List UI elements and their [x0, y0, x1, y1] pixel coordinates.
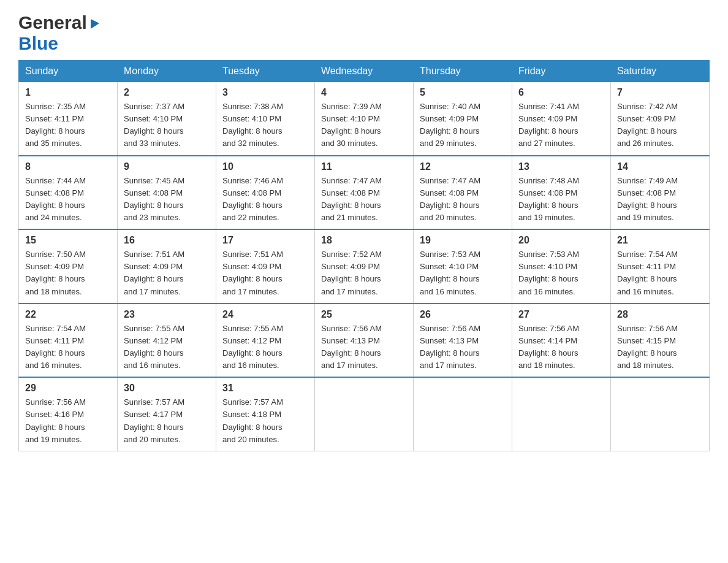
daylight-label: Daylight: 8 hours — [222, 348, 282, 358]
calendar-day-cell: 20 Sunrise: 7:53 AM Sunset: 4:10 PM Dayl… — [512, 229, 611, 304]
daylight-minutes: and 35 minutes. — [25, 139, 82, 148]
daylight-label: Daylight: 8 hours — [124, 201, 184, 210]
sunset-label: Sunset: 4:08 PM — [25, 188, 84, 197]
day-number: 29 — [25, 383, 111, 394]
day-info: Sunrise: 7:47 AM Sunset: 4:08 PM Dayligh… — [321, 175, 407, 224]
day-number: 12 — [420, 161, 506, 172]
day-info: Sunrise: 7:38 AM Sunset: 4:10 PM Dayligh… — [222, 101, 308, 150]
sunrise-label: Sunrise: 7:42 AM — [617, 102, 678, 111]
sunset-label: Sunset: 4:12 PM — [222, 336, 281, 345]
day-number: 24 — [222, 309, 308, 320]
day-info: Sunrise: 7:44 AM Sunset: 4:08 PM Dayligh… — [25, 175, 111, 224]
sunset-label: Sunset: 4:10 PM — [420, 262, 479, 271]
calendar-day-cell: 13 Sunrise: 7:48 AM Sunset: 4:08 PM Dayl… — [512, 156, 611, 230]
sunset-label: Sunset: 4:11 PM — [25, 336, 84, 345]
sunrise-label: Sunrise: 7:56 AM — [25, 397, 86, 407]
sunset-label: Sunset: 4:09 PM — [124, 262, 183, 271]
day-number: 19 — [420, 235, 506, 246]
day-info: Sunrise: 7:55 AM Sunset: 4:12 PM Dayligh… — [124, 323, 210, 372]
day-info: Sunrise: 7:42 AM Sunset: 4:09 PM Dayligh… — [617, 101, 703, 150]
calendar-day-cell: 27 Sunrise: 7:56 AM Sunset: 4:14 PM Dayl… — [512, 304, 611, 378]
weekday-header-thursday: Thursday — [414, 61, 512, 82]
day-number: 11 — [321, 161, 407, 172]
day-info: Sunrise: 7:48 AM Sunset: 4:08 PM Dayligh… — [518, 175, 604, 224]
day-info: Sunrise: 7:52 AM Sunset: 4:09 PM Dayligh… — [321, 248, 407, 298]
sunrise-label: Sunrise: 7:47 AM — [321, 176, 382, 185]
calendar-day-cell: 19 Sunrise: 7:53 AM Sunset: 4:10 PM Dayl… — [414, 229, 512, 304]
calendar-day-cell: 8 Sunrise: 7:44 AM Sunset: 4:08 PM Dayli… — [19, 156, 118, 230]
day-info: Sunrise: 7:53 AM Sunset: 4:10 PM Dayligh… — [518, 248, 604, 298]
calendar-day-cell: 2 Sunrise: 7:37 AM Sunset: 4:10 PM Dayli… — [118, 82, 216, 156]
daylight-minutes: and 22 minutes. — [222, 213, 279, 222]
day-number: 7 — [617, 87, 703, 98]
calendar-day-cell: 31 Sunrise: 7:57 AM Sunset: 4:18 PM Dayl… — [216, 377, 315, 451]
weekday-header-wednesday: Wednesday — [315, 61, 414, 82]
calendar-day-cell: 17 Sunrise: 7:51 AM Sunset: 4:09 PM Dayl… — [216, 229, 315, 304]
daylight-minutes: and 24 minutes. — [25, 213, 82, 222]
daylight-minutes: and 32 minutes. — [222, 139, 279, 148]
calendar-day-cell: 22 Sunrise: 7:54 AM Sunset: 4:11 PM Dayl… — [19, 304, 118, 378]
calendar-day-cell: 30 Sunrise: 7:57 AM Sunset: 4:17 PM Dayl… — [118, 377, 216, 451]
daylight-minutes: and 26 minutes. — [617, 139, 674, 148]
sunset-label: Sunset: 4:11 PM — [25, 114, 84, 123]
weekday-header-tuesday: Tuesday — [216, 61, 315, 82]
daylight-label: Daylight: 8 hours — [617, 201, 677, 210]
sunset-label: Sunset: 4:10 PM — [518, 262, 577, 271]
calendar-day-cell: 15 Sunrise: 7:50 AM Sunset: 4:09 PM Dayl… — [19, 229, 118, 304]
sunset-label: Sunset: 4:08 PM — [617, 188, 676, 197]
sunset-label: Sunset: 4:18 PM — [222, 410, 281, 419]
calendar-day-cell: 21 Sunrise: 7:54 AM Sunset: 4:11 PM Dayl… — [611, 229, 710, 304]
weekday-header-sunday: Sunday — [19, 61, 118, 82]
sunset-label: Sunset: 4:08 PM — [321, 188, 380, 197]
calendar-week-row: 1 Sunrise: 7:35 AM Sunset: 4:11 PM Dayli… — [19, 82, 710, 156]
daylight-minutes: and 16 minutes. — [617, 287, 674, 296]
sunset-label: Sunset: 4:09 PM — [420, 114, 479, 123]
day-info: Sunrise: 7:35 AM Sunset: 4:11 PM Dayligh… — [25, 101, 111, 150]
day-info: Sunrise: 7:57 AM Sunset: 4:17 PM Dayligh… — [124, 396, 210, 446]
day-number: 18 — [321, 235, 407, 246]
calendar-day-cell: 9 Sunrise: 7:45 AM Sunset: 4:08 PM Dayli… — [118, 156, 216, 230]
sunset-label: Sunset: 4:08 PM — [518, 188, 577, 197]
sunset-label: Sunset: 4:09 PM — [617, 114, 676, 123]
calendar-day-cell: 18 Sunrise: 7:52 AM Sunset: 4:09 PM Dayl… — [315, 229, 414, 304]
calendar-day-cell: 3 Sunrise: 7:38 AM Sunset: 4:10 PM Dayli… — [216, 82, 315, 156]
day-number: 8 — [25, 161, 111, 172]
sunrise-label: Sunrise: 7:45 AM — [124, 176, 184, 185]
day-number: 5 — [420, 87, 506, 98]
daylight-minutes: and 17 minutes. — [321, 361, 378, 370]
sunset-label: Sunset: 4:10 PM — [124, 114, 183, 123]
daylight-label: Daylight: 8 hours — [617, 348, 677, 358]
calendar-day-cell: 16 Sunrise: 7:51 AM Sunset: 4:09 PM Dayl… — [118, 229, 216, 304]
calendar-day-cell: 6 Sunrise: 7:41 AM Sunset: 4:09 PM Dayli… — [512, 82, 611, 156]
day-number: 28 — [617, 309, 703, 320]
daylight-minutes: and 20 minutes. — [420, 213, 477, 222]
day-info: Sunrise: 7:49 AM Sunset: 4:08 PM Dayligh… — [617, 175, 703, 224]
sunset-label: Sunset: 4:16 PM — [25, 410, 84, 419]
weekday-header-monday: Monday — [118, 61, 216, 82]
calendar-day-cell: 14 Sunrise: 7:49 AM Sunset: 4:08 PM Dayl… — [611, 156, 710, 230]
day-info: Sunrise: 7:51 AM Sunset: 4:09 PM Dayligh… — [222, 248, 308, 298]
calendar-table: SundayMondayTuesdayWednesdayThursdayFrid… — [18, 60, 710, 451]
daylight-minutes: and 16 minutes. — [25, 361, 82, 370]
sunrise-label: Sunrise: 7:39 AM — [321, 102, 382, 111]
daylight-label: Daylight: 8 hours — [222, 274, 282, 283]
logo-general-text: General — [18, 12, 87, 33]
calendar-day-cell: 24 Sunrise: 7:55 AM Sunset: 4:12 PM Dayl… — [216, 304, 315, 378]
weekday-header-saturday: Saturday — [611, 61, 710, 82]
day-info: Sunrise: 7:57 AM Sunset: 4:18 PM Dayligh… — [222, 396, 308, 446]
day-info: Sunrise: 7:56 AM Sunset: 4:13 PM Dayligh… — [321, 323, 407, 372]
day-number: 23 — [124, 309, 210, 320]
day-info: Sunrise: 7:54 AM Sunset: 4:11 PM Dayligh… — [617, 248, 703, 298]
daylight-label: Daylight: 8 hours — [222, 126, 282, 136]
daylight-minutes: and 19 minutes. — [518, 213, 575, 222]
daylight-label: Daylight: 8 hours — [420, 274, 480, 283]
day-number: 16 — [124, 235, 210, 246]
calendar-day-cell: 23 Sunrise: 7:55 AM Sunset: 4:12 PM Dayl… — [118, 304, 216, 378]
sunrise-label: Sunrise: 7:44 AM — [25, 176, 86, 185]
day-number: 17 — [222, 235, 308, 246]
daylight-label: Daylight: 8 hours — [25, 126, 85, 136]
daylight-minutes: and 16 minutes. — [222, 361, 279, 370]
sunrise-label: Sunrise: 7:35 AM — [25, 102, 86, 111]
daylight-minutes: and 18 minutes. — [518, 361, 575, 370]
sunrise-label: Sunrise: 7:52 AM — [321, 250, 382, 259]
